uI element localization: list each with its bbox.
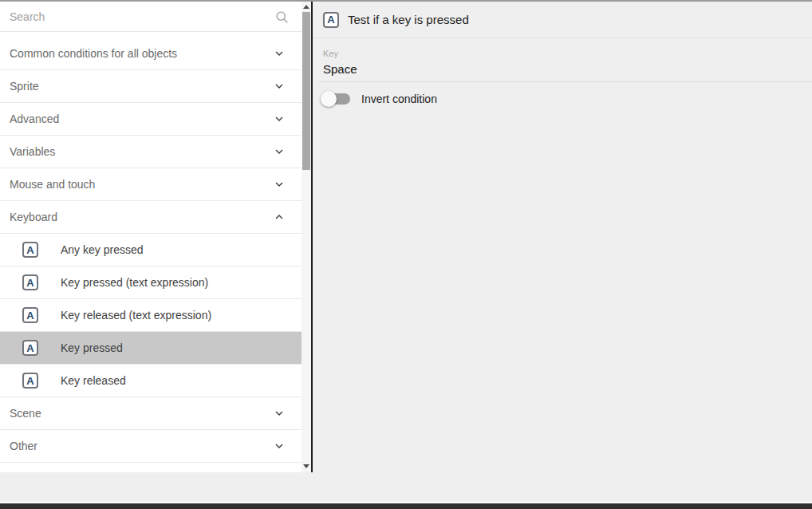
chevron-down-icon — [273, 47, 286, 60]
category-label: Scene — [10, 407, 273, 420]
key-field-value[interactable]: Space — [319, 62, 812, 82]
invert-condition-label: Invert condition — [361, 93, 437, 105]
condition-title: Test if a key is pressed — [348, 13, 469, 26]
invert-condition-toggle[interactable] — [323, 93, 350, 105]
toggle-knob — [321, 91, 337, 107]
dialog-footer — [0, 472, 812, 509]
condition-header: A Test if a key is pressed — [313, 2, 812, 38]
category-mouse-and-touch[interactable]: Mouse and touch — [0, 168, 302, 201]
key-icon-letter: A — [26, 278, 34, 288]
bottom-bar — [0, 503, 812, 509]
category-label: Variables — [10, 145, 273, 158]
conditions-list: Common conditions for all objects Sprite… — [0, 32, 302, 463]
key-field: Key Space — [319, 49, 812, 82]
condition-label: Key released (text expression) — [61, 309, 211, 322]
condition-item-key-pressed-text-expression[interactable]: A Key pressed (text expression) — [0, 266, 302, 299]
keyboard-key-icon: A — [22, 307, 38, 323]
scrollbar-down-arrow[interactable] — [302, 461, 311, 471]
chevron-down-icon — [273, 407, 286, 420]
category-label: Other — [10, 440, 273, 452]
conditions-sidebar: Common conditions for all objects Sprite… — [0, 2, 302, 472]
keyboard-key-icon: A — [22, 274, 38, 290]
chevron-down-icon — [273, 178, 286, 191]
search-input[interactable] — [0, 10, 263, 23]
sidebar-scrollbar[interactable] — [302, 2, 311, 472]
keyboard-key-icon: A — [22, 373, 38, 389]
category-variables[interactable]: Variables — [0, 136, 302, 168]
condition-detail-panel: A Test if a key is pressed Key Space Inv… — [313, 2, 812, 472]
chevron-up-icon — [273, 211, 286, 223]
condition-label: Any key pressed — [61, 243, 144, 256]
scrollbar-up-arrow[interactable] — [302, 2, 311, 11]
category-sprite[interactable]: Sprite — [0, 70, 302, 103]
invert-condition-row: Invert condition — [323, 93, 812, 105]
keyboard-key-icon: A — [22, 340, 38, 356]
key-icon-letter: A — [26, 376, 34, 386]
keyboard-key-icon: A — [323, 12, 339, 28]
search-bar — [0, 2, 302, 32]
category-label: Sprite — [10, 80, 273, 93]
category-keyboard[interactable]: Keyboard — [0, 201, 302, 234]
condition-item-key-released[interactable]: A Key released — [0, 365, 302, 397]
key-icon-letter: A — [327, 14, 334, 25]
window-top-border — [0, 0, 812, 2]
chevron-down-icon — [273, 112, 286, 125]
condition-item-key-pressed[interactable]: A Key pressed — [0, 332, 302, 365]
category-scene[interactable]: Scene — [0, 397, 302, 430]
key-icon-letter: A — [26, 245, 34, 255]
condition-label: Key pressed (text expression) — [61, 276, 208, 289]
condition-item-key-released-text-expression[interactable]: A Key released (text expression) — [0, 299, 302, 332]
category-other[interactable]: Other — [0, 430, 302, 463]
key-icon-letter: A — [26, 343, 34, 353]
category-label: Advanced — [10, 112, 273, 125]
key-icon-letter: A — [26, 310, 34, 321]
category-common-conditions[interactable]: Common conditions for all objects — [0, 37, 302, 70]
condition-label: Key released — [61, 374, 126, 387]
chevron-down-icon — [273, 80, 286, 93]
category-label: Mouse and touch — [10, 178, 273, 191]
keyboard-key-icon: A — [22, 242, 38, 258]
category-label: Common conditions for all objects — [10, 47, 273, 60]
category-label: Keyboard — [10, 211, 273, 223]
category-advanced[interactable]: Advanced — [0, 103, 302, 136]
condition-item-any-key-pressed[interactable]: A Any key pressed — [0, 234, 302, 266]
chevron-down-icon — [273, 440, 286, 452]
chevron-down-icon — [273, 145, 286, 158]
scrollbar-thumb[interactable] — [302, 12, 310, 170]
new-condition-dialog: Common conditions for all objects Sprite… — [0, 0, 812, 509]
search-icon — [275, 10, 289, 24]
condition-label: Key pressed — [61, 341, 123, 354]
key-field-label: Key — [319, 49, 812, 58]
